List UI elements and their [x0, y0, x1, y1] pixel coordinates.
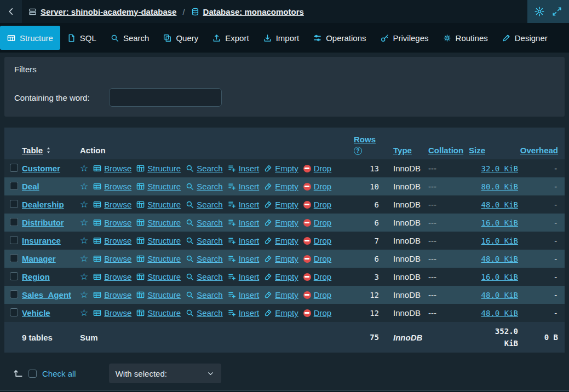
tab-routines[interactable]: Routines — [436, 26, 495, 50]
tab-operations[interactable]: Operations — [306, 26, 373, 50]
browse-link[interactable]: Browse — [93, 200, 131, 209]
column-header-type[interactable]: Type — [393, 146, 412, 155]
column-header-overhead[interactable]: Overhead — [520, 146, 558, 155]
empty-link[interactable]: Empty — [264, 182, 298, 191]
row-checkbox[interactable] — [10, 308, 18, 316]
structure-link[interactable]: Structure — [136, 236, 181, 245]
search-link[interactable]: Search — [186, 290, 223, 299]
filter-word-input[interactable] — [109, 88, 222, 107]
insert-link[interactable]: Insert — [228, 182, 260, 191]
table-name-link[interactable]: Distributor — [22, 218, 64, 227]
row-checkbox[interactable] — [10, 236, 18, 244]
breadcrumb-database-link[interactable]: Database: monacomotors — [191, 7, 304, 16]
insert-link[interactable]: Insert — [228, 272, 260, 281]
row-checkbox[interactable] — [10, 218, 18, 226]
table-name-link[interactable]: Region — [22, 272, 50, 281]
favorite-star-icon[interactable] — [80, 272, 88, 281]
breadcrumb-server-link[interactable]: Server: shinobi-academy-database — [28, 7, 176, 16]
drop-link[interactable]: Drop — [303, 290, 332, 299]
row-size[interactable]: 32.0 KiB — [468, 164, 518, 173]
tab-structure[interactable]: Structure — [0, 26, 60, 50]
row-size[interactable]: 48.0 KiB — [468, 309, 518, 318]
favorite-star-icon[interactable] — [80, 200, 88, 209]
table-name-link[interactable]: Vehicle — [22, 308, 50, 318]
favorite-star-icon[interactable] — [80, 218, 88, 227]
table-name-link[interactable]: Deal — [22, 182, 39, 191]
drop-link[interactable]: Drop — [303, 182, 332, 191]
column-header-size[interactable]: Size — [469, 146, 485, 155]
column-header-rows[interactable]: Rows — [354, 135, 376, 144]
row-size[interactable]: 16.0 KiB — [468, 218, 518, 227]
check-all-checkbox[interactable] — [28, 370, 37, 378]
search-link[interactable]: Search — [186, 164, 223, 173]
structure-link[interactable]: Structure — [136, 182, 181, 191]
insert-link[interactable]: Insert — [228, 254, 260, 263]
search-link[interactable]: Search — [186, 200, 223, 209]
drop-link[interactable]: Drop — [303, 308, 332, 318]
tab-search[interactable]: Search — [104, 26, 157, 50]
favorite-star-icon[interactable] — [80, 290, 88, 299]
expand-icon[interactable] — [552, 7, 562, 16]
browse-link[interactable]: Browse — [93, 272, 131, 281]
structure-link[interactable]: Structure — [136, 218, 181, 227]
table-name-link[interactable]: Manager — [22, 254, 56, 263]
drop-link[interactable]: Drop — [303, 200, 332, 209]
row-size[interactable]: 48.0 KiB — [468, 200, 518, 209]
structure-link[interactable]: Structure — [136, 272, 181, 281]
browse-link[interactable]: Browse — [93, 308, 131, 318]
structure-link[interactable]: Structure — [136, 308, 181, 318]
insert-link[interactable]: Insert — [228, 236, 260, 245]
help-icon[interactable] — [354, 147, 362, 155]
drop-link[interactable]: Drop — [303, 254, 332, 263]
search-link[interactable]: Search — [186, 254, 223, 263]
with-selected-dropdown[interactable]: With selected: — [109, 364, 221, 383]
empty-link[interactable]: Empty — [264, 236, 298, 245]
row-checkbox[interactable] — [10, 164, 18, 172]
search-link[interactable]: Search — [186, 236, 223, 245]
search-link[interactable]: Search — [186, 272, 223, 281]
row-size[interactable]: 80.0 KiB — [468, 182, 518, 191]
structure-link[interactable]: Structure — [136, 290, 181, 299]
row-size[interactable]: 16.0 KiB — [468, 237, 518, 245]
row-size[interactable]: 16.0 KiB — [468, 273, 518, 281]
tab-query[interactable]: Query — [156, 26, 205, 50]
tab-privileges[interactable]: Privileges — [373, 26, 436, 50]
empty-link[interactable]: Empty — [264, 200, 298, 209]
structure-link[interactable]: Structure — [136, 164, 181, 173]
table-name-link[interactable]: Dealership — [22, 200, 64, 209]
column-header-table[interactable]: Table — [22, 146, 52, 155]
favorite-star-icon[interactable] — [80, 164, 88, 173]
tab-sql[interactable]: SQL — [60, 26, 104, 50]
row-checkbox[interactable] — [10, 200, 18, 208]
browse-link[interactable]: Browse — [93, 182, 131, 191]
insert-link[interactable]: Insert — [228, 200, 260, 209]
column-header-collation[interactable]: Collation — [428, 146, 463, 155]
row-checkbox[interactable] — [10, 290, 18, 298]
row-checkbox[interactable] — [10, 254, 18, 262]
favorite-star-icon[interactable] — [80, 236, 88, 245]
drop-link[interactable]: Drop — [303, 236, 332, 245]
browse-link[interactable]: Browse — [93, 236, 131, 245]
tab-designer[interactable]: Designer — [495, 26, 555, 50]
row-size[interactable]: 48.0 KiB — [468, 255, 518, 263]
row-checkbox[interactable] — [10, 272, 18, 280]
search-link[interactable]: Search — [186, 308, 223, 318]
row-size[interactable]: 48.0 KiB — [468, 291, 518, 299]
empty-link[interactable]: Empty — [264, 308, 298, 318]
tab-import[interactable]: Import — [256, 26, 307, 50]
check-all-label[interactable]: Check all — [42, 369, 76, 378]
empty-link[interactable]: Empty — [264, 272, 298, 281]
empty-link[interactable]: Empty — [264, 218, 298, 227]
structure-link[interactable]: Structure — [136, 254, 181, 263]
table-name-link[interactable]: Customer — [22, 164, 60, 173]
empty-link[interactable]: Empty — [264, 164, 298, 173]
favorite-star-icon[interactable] — [80, 308, 88, 318]
drop-link[interactable]: Drop — [303, 272, 332, 281]
favorite-star-icon[interactable] — [80, 254, 88, 263]
browse-link[interactable]: Browse — [93, 218, 131, 227]
insert-link[interactable]: Insert — [228, 218, 260, 227]
table-name-link[interactable]: Insurance — [22, 236, 61, 245]
drop-link[interactable]: Drop — [303, 218, 332, 227]
row-checkbox[interactable] — [10, 182, 18, 190]
insert-link[interactable]: Insert — [228, 308, 260, 318]
